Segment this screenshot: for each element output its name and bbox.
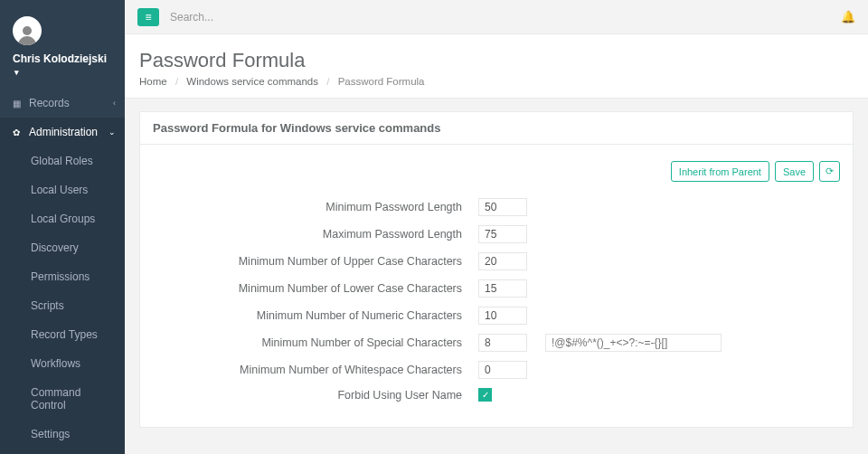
nav-label: Global Roles — [31, 155, 93, 167]
svg-point-0 — [23, 26, 32, 35]
check-icon: ✓ — [482, 390, 489, 400]
row-min-numeric: Minimum Number of Numeric Characters — [153, 307, 840, 325]
panel: Password Formula for Windows service com… — [139, 111, 854, 428]
breadcrumb-parent[interactable]: Windows service commands — [186, 76, 318, 87]
input-min-special[interactable] — [478, 334, 527, 352]
nav-label: Settings — [31, 428, 70, 440]
save-button[interactable]: Save — [775, 161, 814, 182]
profile-block: Chris Kolodziejski — [0, 0, 125, 89]
nav-label: Permissions — [31, 270, 90, 283]
notifications-button[interactable]: 🔔 — [841, 10, 855, 24]
nav-permissions[interactable]: Permissions — [0, 262, 125, 291]
breadcrumb-sep: / — [175, 76, 178, 87]
nav-local-users[interactable]: Local Users — [0, 175, 125, 204]
nav-scripts[interactable]: Scripts — [0, 291, 125, 320]
nav-local-groups[interactable]: Local Groups — [0, 204, 125, 233]
nav-label: Record Types — [31, 328, 98, 341]
page-title: Password Formula — [139, 49, 854, 72]
panel-body: Inherit from Parent Save ⟳ Minimum Passw… — [140, 145, 853, 427]
nav-label: Command Control — [31, 386, 114, 411]
nav-administration[interactable]: ✿ Administration ⌄ — [0, 118, 125, 147]
label-min-numeric: Minimum Number of Numeric Characters — [153, 309, 478, 322]
nav-label: Local Groups — [31, 213, 95, 225]
toolbar: Inherit from Parent Save ⟳ — [153, 161, 840, 182]
nav-label: Local Users — [31, 184, 88, 196]
row-min-upper: Minimum Number of Upper Case Characters — [153, 252, 840, 270]
row-min-length: Minimum Password Length — [153, 198, 840, 216]
label-max-length: Maximum Password Length — [153, 228, 478, 241]
checkbox-forbid-username[interactable]: ✓ — [478, 388, 492, 402]
main: ≡ 🔔 Password Formula Home / Windows serv… — [125, 0, 868, 454]
menu-toggle-button[interactable]: ≡ — [137, 8, 159, 26]
profile-name[interactable]: Chris Kolodziejski — [13, 52, 112, 78]
input-min-whitespace[interactable] — [478, 361, 527, 379]
row-min-lower: Minimum Number of Lower Case Characters — [153, 279, 840, 298]
hamburger-icon: ≡ — [145, 11, 151, 24]
label-forbid-username: Forbid Using User Name — [153, 389, 478, 402]
breadcrumb-current: Password Formula — [338, 76, 425, 87]
row-forbid-username: Forbid Using User Name ✓ — [153, 388, 840, 402]
sidebar: Chris Kolodziejski ▦ Records ‹ ✿ Adminis… — [0, 0, 125, 454]
gear-icon: ✿ — [11, 128, 22, 137]
row-min-whitespace: Minimum Number of Whitespace Characters — [153, 361, 840, 379]
grid-icon: ▦ — [11, 99, 22, 109]
nav-record-types[interactable]: Record Types — [0, 320, 125, 349]
page-header: Password Formula Home / Windows service … — [125, 34, 868, 99]
chevron-left-icon: ‹ — [113, 99, 116, 108]
input-min-numeric[interactable] — [478, 307, 527, 325]
nav-label: Records — [29, 97, 70, 109]
caret-down-icon — [13, 65, 19, 78]
refresh-button[interactable]: ⟳ — [819, 161, 840, 182]
user-name: Chris Kolodziejski — [13, 52, 107, 65]
label-min-lower: Minimum Number of Lower Case Characters — [153, 282, 478, 295]
breadcrumb-sep: / — [326, 76, 329, 87]
label-min-whitespace: Minimum Number of Whitespace Characters — [153, 364, 478, 376]
nav-discovery[interactable]: Discovery — [0, 233, 125, 262]
input-min-lower[interactable] — [478, 279, 527, 298]
nav-records[interactable]: ▦ Records ‹ — [0, 89, 125, 118]
breadcrumb-home[interactable]: Home — [139, 76, 167, 87]
nav-label: Discovery — [31, 241, 79, 254]
label-min-upper: Minimum Number of Upper Case Characters — [153, 255, 478, 268]
nav-command-control[interactable]: Command Control — [0, 378, 125, 420]
breadcrumb: Home / Windows service commands / Passwo… — [139, 76, 854, 87]
nav-label: Scripts — [31, 299, 64, 312]
input-special-chars[interactable] — [545, 334, 722, 352]
row-min-special: Minimum Number of Special Characters — [153, 334, 840, 352]
topbar: ≡ 🔔 — [125, 0, 868, 34]
search-box — [170, 10, 841, 24]
nav-workflows[interactable]: Workflows — [0, 349, 125, 378]
nav-global-roles[interactable]: Global Roles — [0, 147, 125, 175]
chevron-down-icon: ⌄ — [108, 128, 116, 137]
input-min-upper[interactable] — [478, 252, 527, 270]
label-min-length: Minimum Password Length — [153, 201, 478, 213]
nav-updates[interactable]: Updates — [0, 449, 125, 454]
label-min-special: Minimum Number of Special Characters — [153, 336, 478, 349]
row-max-length: Maximum Password Length — [153, 225, 840, 243]
nav-settings[interactable]: Settings — [0, 420, 125, 449]
inherit-from-parent-button[interactable]: Inherit from Parent — [671, 161, 769, 182]
search-input[interactable] — [170, 11, 351, 24]
nav-label: Workflows — [31, 357, 80, 370]
refresh-icon: ⟳ — [826, 166, 834, 176]
content: Password Formula for Windows service com… — [125, 99, 868, 454]
panel-title: Password Formula for Windows service com… — [140, 112, 853, 145]
nav-admin-submenu: Global Roles Local Users Local Groups Di… — [0, 147, 125, 454]
input-max-length[interactable] — [478, 225, 527, 243]
avatar — [13, 16, 42, 45]
nav-label: Administration — [29, 126, 98, 138]
input-min-length[interactable] — [478, 198, 527, 216]
bell-icon: 🔔 — [841, 10, 855, 24]
